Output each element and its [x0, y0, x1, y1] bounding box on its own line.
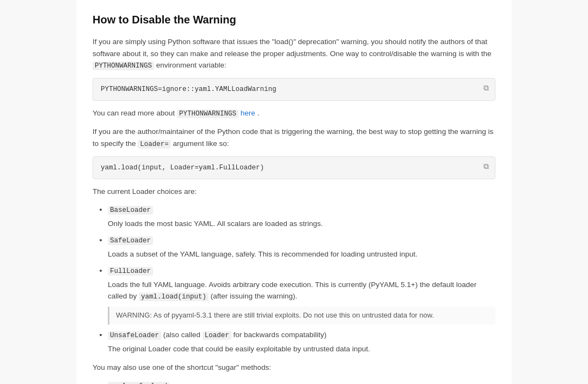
here-link[interactable]: here [241, 109, 255, 117]
loader-desc-baseloader: Only loads the most basic YAML. All scal… [108, 218, 495, 230]
author-paragraph: If you are the author/maintainer of the … [93, 126, 495, 150]
pythonwarnings-inline-2: PYTHONWARNINGS [177, 109, 238, 118]
sugar-intro: You may also use one of the shortcut "su… [93, 362, 495, 374]
code-block-2: yaml.load(input, Loader=yaml.FullLoader) [93, 156, 495, 179]
loader-inline: Loader [203, 331, 231, 340]
list-item: UnsafeLoader (also called Loader for bac… [108, 329, 495, 355]
list-item: FullLoader Loads the full YAML language.… [108, 265, 495, 325]
page-heading: How to Disable the Warning [93, 11, 495, 28]
read-more-suffix: . [257, 109, 259, 117]
loaders-list: BaseLoader Only loads the most basic YAM… [93, 204, 495, 355]
loader-name-unsafeloader: UnsafeLoader [108, 331, 161, 340]
read-more-text: You can read more about PYTHONWARNINGS h… [93, 107, 495, 119]
sugar-methods-list: yaml.safe_load yaml.full_load (See FullL… [93, 380, 495, 384]
loader-name-fullloader: FullLoader [108, 267, 153, 276]
list-item: BaseLoader Only loads the most basic YAM… [108, 204, 495, 230]
fullloader-warning: WARNING: As of pyyaml-5.3.1 there are st… [108, 307, 495, 325]
page-wrapper: How to Disable the Warning If you are si… [76, 0, 512, 384]
pythonwarnings-inline-1: PYTHONWARNINGS [93, 62, 154, 70]
sugar-method-1: yaml.safe_load [108, 382, 169, 384]
loader-desc-fullloader: Loads the full YAML language. Avoids arb… [108, 279, 495, 303]
author-paragraph-2: argument like so: [173, 139, 229, 148]
code-block-1: PYTHONWARNINGS=ignore::yaml.YAMLLoadWarn… [93, 78, 495, 101]
code-block-2-wrapper: yaml.load(input, Loader=yaml.FullLoader)… [93, 156, 495, 179]
loader-choices-label: The current Loader choices are: [93, 186, 495, 198]
intro-suffix: environment variable: [156, 61, 226, 69]
loader-desc-unsafeloader: The original Loader code that could be e… [108, 343, 495, 355]
intro-text: If you are simply using Python software … [93, 36, 495, 71]
unsafeloader-also: (also called Loader for backwards compat… [163, 331, 327, 339]
copy-button-1[interactable]: ⧉ [481, 82, 491, 94]
loader-desc-safeloader: Loads a subset of the YAML language, saf… [108, 248, 495, 260]
intro-paragraph: If you are simply using Python software … [93, 38, 491, 58]
list-item: yaml.safe_load [108, 380, 495, 384]
loader-arg-inline: Loader= [138, 140, 171, 149]
read-more-prefix: You can read more about [93, 109, 177, 117]
yaml-load-input-inline: yaml.load(input) [139, 292, 209, 301]
loader-name-safeloader: SafeLoader [108, 236, 153, 245]
code-block-1-wrapper: PYTHONWARNINGS=ignore::yaml.YAMLLoadWarn… [93, 78, 495, 101]
loader-name-baseloader: BaseLoader [108, 206, 153, 215]
copy-button-2[interactable]: ⧉ [481, 161, 491, 172]
list-item: SafeLoader Loads a subset of the YAML la… [108, 234, 495, 260]
